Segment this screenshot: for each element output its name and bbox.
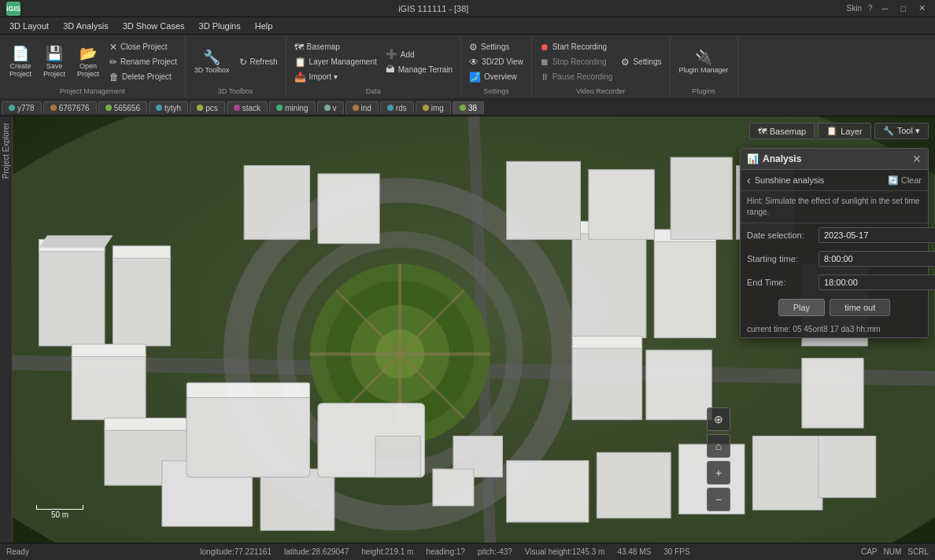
save-project-button[interactable]: 💾 SaveProject <box>39 40 70 84</box>
refresh-button[interactable]: ↻ Refresh <box>236 55 281 69</box>
layer-view-icon: 📋 <box>826 126 837 136</box>
rec-settings-button[interactable]: ⚙ Settings <box>618 55 664 69</box>
panel-back[interactable]: ‹ Sunshine analysis <box>747 174 824 186</box>
menu-item-3d-analysis[interactable]: 3D Analysis <box>57 20 114 32</box>
start-time-input[interactable] <box>819 251 935 267</box>
tab-label-img: img <box>431 104 444 112</box>
play-button[interactable]: Play <box>778 299 825 316</box>
panel-close-button[interactable]: ✕ <box>912 153 922 165</box>
rec-settings-label: Settings <box>633 57 661 66</box>
tab-rds[interactable]: rds <box>380 101 414 114</box>
view-toolbar: 🗺 Basemap 📋 Layer 🔧 Tool ▾ <box>749 123 929 139</box>
toolbar-group-plugins: 🔌 Plugin Manager Plugins <box>671 36 738 97</box>
basemap-view-button[interactable]: 🗺 Basemap <box>749 123 815 139</box>
tab-y778[interactable]: y778 <box>2 101 42 114</box>
minimize-btn[interactable]: ─ <box>879 4 892 13</box>
zoom-in-button[interactable]: + <box>707 461 730 484</box>
tab-38[interactable]: 38 <box>453 101 484 114</box>
layer-view-button[interactable]: 📋 Layer <box>818 123 871 139</box>
basemap-button[interactable]: 🗺 Basemap <box>291 40 380 54</box>
maximize-btn[interactable]: □ <box>897 4 909 13</box>
close-btn[interactable]: ✕ <box>915 3 929 13</box>
menu-item-3d-plugins[interactable]: 3D Plugins <box>193 20 247 32</box>
current-time-display: current time: 05 45ont8 17 da3 hh:mm <box>741 321 928 337</box>
3d-viewport[interactable]: 🗺 Basemap 📋 Layer 🔧 Tool ▾ 📊 Analysis ✕ <box>13 116 935 543</box>
tab-ind[interactable]: ind <box>346 101 379 114</box>
delete-project-button[interactable]: 🗑 Delete Project <box>106 70 180 84</box>
import-button[interactable]: 📥 Import ▾ <box>291 70 380 84</box>
tab-pcs[interactable]: pcs <box>190 101 225 114</box>
save-project-label: SaveProject <box>43 62 65 78</box>
pause-rec-icon: ⏸ <box>540 72 549 83</box>
project-group-label: Project Management <box>5 86 180 95</box>
tab-v[interactable]: v <box>317 101 344 114</box>
menu-item-help[interactable]: Help <box>249 20 279 32</box>
svg-rect-21 <box>105 418 187 431</box>
tab-565656[interactable]: 565656 <box>98 101 147 114</box>
zoom-out-button[interactable]: − <box>707 488 730 511</box>
num-indicator: NUM <box>884 547 902 556</box>
end-time-label: End Time: <box>747 278 814 287</box>
tab-dot-565656 <box>105 105 112 111</box>
tab-mining[interactable]: mining <box>269 101 315 114</box>
date-input[interactable] <box>819 227 935 243</box>
panel-header: 📊 Analysis ✕ <box>741 149 928 170</box>
manage-terrain-button[interactable]: 🏔 Manage Terrain <box>382 62 456 76</box>
layer-mgmt-icon: 📋 <box>294 57 306 68</box>
clear-button[interactable]: 🔄 Clear <box>888 175 922 186</box>
import-icon: 📥 <box>294 72 306 83</box>
tab-tytyh[interactable]: tytyh <box>149 101 188 114</box>
toolbox-row: 🔧 3D Toolbox ↻ Refresh <box>190 38 281 86</box>
clear-icon: 🔄 <box>888 175 899 186</box>
close-project-button[interactable]: ✕ Close Project <box>106 40 180 54</box>
end-time-input[interactable] <box>819 274 935 290</box>
project-explorer-sidebar[interactable]: Project Explorer <box>0 116 13 543</box>
add-button[interactable]: ➕ Add <box>382 47 456 61</box>
tab-label-ind: ind <box>361 104 371 112</box>
pause-recording-button[interactable]: ⏸ Pause Recording <box>537 70 616 84</box>
refresh-icon: ↻ <box>239 57 247 68</box>
create-project-button[interactable]: 📄 CreateProject <box>5 40 36 84</box>
plugins-row: 🔌 Plugin Manager <box>675 38 733 86</box>
tab-img[interactable]: img <box>416 101 451 114</box>
compass-button[interactable]: ⊕ <box>707 407 730 431</box>
layer-view-label: Layer <box>841 127 863 136</box>
tab-label-y778: y778 <box>17 104 35 112</box>
menu-item-3d-show-cases[interactable]: 3D Show Cases <box>116 20 191 32</box>
tabs-bar: y7786767676565656tytyhpcsstackminingvind… <box>0 99 935 116</box>
open-project-icon: 📂 <box>79 46 97 61</box>
cap-indicator: CAP <box>861 547 878 556</box>
rename-project-button[interactable]: ✏ Rename Project <box>106 55 180 69</box>
create-project-label: CreateProject <box>9 62 31 78</box>
tool-view-icon: 🔧 <box>883 126 894 136</box>
help-icon[interactable]: ? <box>868 4 873 13</box>
logo-icon: iGIS <box>6 2 20 16</box>
delete-icon: 🗑 <box>109 72 119 83</box>
panel-nav: ‹ Sunshine analysis 🔄 Clear <box>741 170 928 191</box>
overview-button[interactable]: 🗾 Overview <box>466 70 527 84</box>
settings-button[interactable]: ⚙ Settings <box>466 40 527 54</box>
tool-view-button[interactable]: 🔧 Tool ▾ <box>874 123 929 139</box>
stop-recording-button[interactable]: ⏹ Stop Recording <box>537 55 616 69</box>
timeout-button[interactable]: time out <box>830 299 890 316</box>
close-project-label: Close Project <box>120 42 167 51</box>
layer-management-button[interactable]: 📋 Layer Management <box>291 55 380 69</box>
toolbar-group-project: 📄 CreateProject 💾 SaveProject 📂 OpenProj… <box>0 36 186 97</box>
start-recording-button[interactable]: ⏺ Start Recording <box>537 40 616 54</box>
menu-item-3d-layout[interactable]: 3D Layout <box>3 20 55 32</box>
svg-rect-31 <box>507 461 589 522</box>
status-coordinates: longitude:77.221161 latitude:28.629047 h… <box>200 547 689 556</box>
status-pitch: pitch:-43? <box>478 547 512 556</box>
add-icon: ➕ <box>386 49 397 60</box>
panel-section-name: Sunshine analysis <box>755 175 825 185</box>
home-button[interactable]: ⌂ <box>707 434 730 458</box>
basemap-view-label: Basemap <box>770 127 806 136</box>
3d2d-view-button[interactable]: 👁 3D/2D View <box>466 55 527 69</box>
svg-rect-46 <box>819 437 876 498</box>
tab-stack[interactable]: stack <box>227 101 268 114</box>
skin-label: Skin <box>847 4 862 13</box>
3d-toolbox-button[interactable]: 🔧 3D Toolbox <box>190 40 234 84</box>
open-project-button[interactable]: 📂 OpenProject <box>72 40 104 84</box>
tab-6767676[interactable]: 6767676 <box>43 101 97 114</box>
plugin-manager-button[interactable]: 🔌 Plugin Manager <box>675 40 733 84</box>
